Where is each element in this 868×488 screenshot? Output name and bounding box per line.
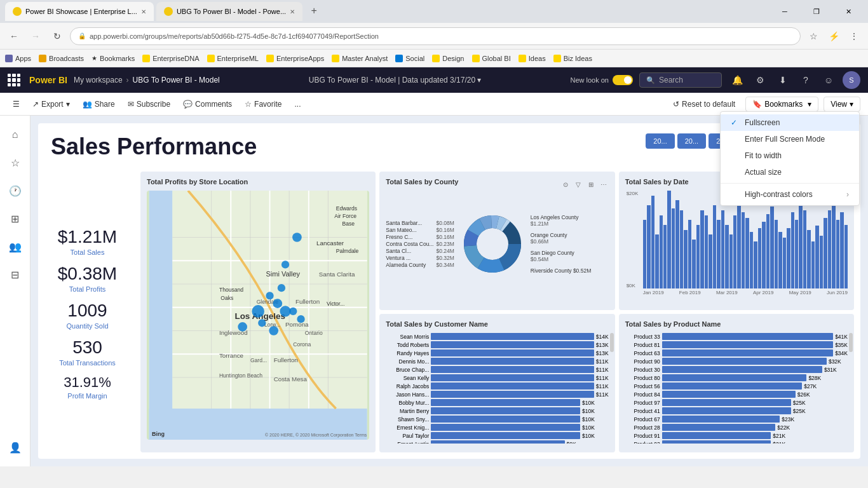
view-fullscreen-item[interactable]: ✓ Fullscreen	[721, 114, 859, 131]
collapse-panel-button[interactable]: ☰	[8, 97, 25, 111]
year-filter-2[interactable]: 20...	[677, 133, 706, 149]
bookmark-social[interactable]: Social	[395, 55, 424, 62]
report-name-breadcrumb: UBG To Power BI - Model	[133, 76, 220, 85]
customer-scrollbar[interactable]	[610, 333, 614, 352]
favorite-button[interactable]: ☆ Favorite	[240, 97, 287, 111]
tab-close-1[interactable]: ✕	[141, 8, 146, 15]
bookmark-broadcasts[interactable]: Broadcasts	[39, 55, 84, 62]
browser-menu-button[interactable]: ⋮	[845, 27, 863, 45]
total-sales-kpi: $1.21M Total Sales	[48, 227, 126, 256]
pbi-breadcrumb: My workspace › UBG To Power BI - Model	[74, 76, 220, 85]
bookmark-masteranalyst[interactable]: Master Analyst	[332, 55, 388, 62]
pbi-search-box[interactable]: 🔍 Search	[639, 72, 722, 88]
report-title: Sales Performance	[51, 133, 257, 160]
sidebar-home-icon[interactable]: ⌂	[4, 123, 27, 146]
sidebar-user-icon[interactable]: 👤	[4, 436, 27, 459]
product-bar-row: Product 41$25K	[625, 407, 848, 414]
bookmark-enterprisedna[interactable]: EnterpriseDNA	[142, 55, 199, 62]
date-bar	[799, 202, 802, 288]
filter-icon[interactable]: ▽	[573, 179, 583, 189]
view-fit-width-item[interactable]: Fit to width	[721, 147, 859, 164]
report-center-text[interactable]: UBG To Power BI - Model | Data updated 3…	[309, 76, 482, 85]
svg-point-63	[278, 284, 285, 292]
svg-point-55	[266, 292, 273, 299]
new-tab-button[interactable]: +	[305, 2, 323, 20]
view-enter-fullscreen-item[interactable]: Enter Full Screen Mode	[721, 131, 859, 147]
search-icon: 🔍	[646, 76, 655, 85]
tab-close-2[interactable]: ✕	[290, 8, 295, 15]
date-bar	[803, 210, 806, 288]
expand-icon[interactable]: ⊞	[586, 179, 596, 189]
export-label: Export	[41, 100, 64, 109]
bookmark-enterpriseml[interactable]: EnterpriseML	[207, 55, 259, 62]
settings-icon[interactable]: ⚙	[751, 71, 769, 89]
bookmark-apps[interactable]: Apps	[5, 55, 31, 62]
svg-text:Torrance: Torrance	[219, 352, 244, 359]
tab-favicon-1	[13, 7, 22, 16]
download-icon[interactable]: ⬇	[774, 71, 792, 89]
customer-bar-row: Bobby Mur...$10K	[386, 399, 608, 406]
date-bar	[824, 218, 827, 288]
refresh-button[interactable]: ↻	[48, 27, 66, 45]
view-dropdown-button[interactable]: View ▾ ✓ Fullscreen Enter Full Screen Mo…	[824, 97, 860, 112]
date-bar	[721, 210, 724, 288]
bookmark-ideas[interactable]: Ideas	[519, 55, 546, 62]
bookmark-enterpriseapps[interactable]: EnterpriseApps	[266, 55, 324, 62]
subscribe-button[interactable]: ✉ Subscribe	[123, 97, 175, 111]
browser-tab-2[interactable]: UBG To Power BI - Model - Powe... ✕	[156, 2, 302, 21]
chart-county-icons: ⊙ ▽ ⊞ ⋯	[560, 179, 609, 189]
notification-bell-icon[interactable]: 🔔	[728, 71, 746, 89]
back-button[interactable]: ←	[5, 27, 23, 45]
address-bar[interactable]: 🔒 app.powerbi.com/groups/me/reports/ab50…	[70, 27, 801, 45]
more-options-button[interactable]: ...	[289, 97, 306, 111]
product-bar-row: Product 81$35K	[625, 341, 848, 348]
share-button[interactable]: 👥 Share	[78, 97, 120, 111]
star-button[interactable]: ☆	[804, 27, 822, 45]
bookmarks-dropdown-button[interactable]: 🔖 Bookmarks ▾	[745, 97, 818, 112]
minimize-button[interactable]: ─	[770, 2, 799, 21]
sidebar-apps-icon[interactable]: ⊞	[4, 207, 27, 230]
total-sales-value: $1.21M	[48, 227, 126, 247]
waffle-menu-button[interactable]	[8, 74, 20, 86]
close-button[interactable]: ✕	[834, 2, 863, 21]
sidebar-favorites-icon[interactable]: ☆	[4, 151, 27, 174]
sidebar-recent-icon[interactable]: 🕐	[4, 179, 27, 202]
extensions-button[interactable]: ⚡	[825, 27, 843, 45]
customer-bar-row: Bruce Chap...$11K	[386, 366, 608, 373]
user-avatar[interactable]: S	[843, 71, 860, 89]
forward-button[interactable]: →	[27, 27, 44, 45]
product-bar-row: Product 90$32K	[625, 358, 848, 365]
more-visual-icon[interactable]: ⋯	[599, 179, 609, 189]
my-workspace-link[interactable]: My workspace	[74, 76, 123, 85]
focus-icon[interactable]: ⊙	[560, 179, 571, 189]
reset-icon: ↺	[673, 100, 679, 109]
customer-bar-row: Ernest Knig...$10K	[386, 424, 608, 431]
year-filter-1[interactable]: 20...	[646, 133, 674, 149]
profit-margin-value: 31.91%	[48, 374, 126, 391]
bookmark-bizideas[interactable]: Biz Ideas	[553, 55, 592, 62]
bookmark-globalbi[interactable]: Global BI	[472, 55, 511, 62]
comments-button[interactable]: 💬 Comments	[178, 97, 237, 111]
date-bar	[745, 218, 749, 288]
sidebar-shared-icon[interactable]: 👥	[4, 235, 27, 258]
date-y-axis: $20K $0K	[627, 191, 639, 288]
sidebar-workspaces-icon[interactable]: ⊟	[4, 263, 27, 286]
new-look-switch[interactable]	[613, 75, 633, 85]
reset-button[interactable]: ↺ Reset to default	[668, 97, 740, 111]
quantity-sold-kpi: 1009 Quantity Sold	[48, 301, 126, 330]
restore-button[interactable]: ❐	[802, 2, 831, 21]
view-actual-size-item[interactable]: Actual size	[721, 164, 859, 180]
browser-tab-1[interactable]: Power BI Showcase | Enterprise L... ✕	[5, 2, 154, 21]
bookmark-bookmarks[interactable]: ★ Bookmarks	[92, 55, 135, 62]
feedback-icon[interactable]: ☺	[820, 71, 837, 89]
export-button[interactable]: ↗ Export ▾	[27, 97, 75, 111]
product-scrollbar[interactable]	[849, 333, 853, 352]
help-icon[interactable]: ?	[797, 71, 815, 89]
svg-text:Base: Base	[342, 220, 355, 227]
svg-text:Thousand: Thousand	[219, 287, 243, 293]
view-high-contrast-item[interactable]: High-contrast colors ›	[721, 186, 859, 203]
total-transactions-value: 530	[48, 337, 126, 358]
product-bars-container: Product 33$41K Product 81$35K Product 63…	[625, 333, 848, 444]
bookmark-design[interactable]: Design	[432, 55, 464, 62]
donut-chart-wrapper: Santa Barbar...$0.08M San Mateo...$0.16M…	[386, 191, 608, 297]
